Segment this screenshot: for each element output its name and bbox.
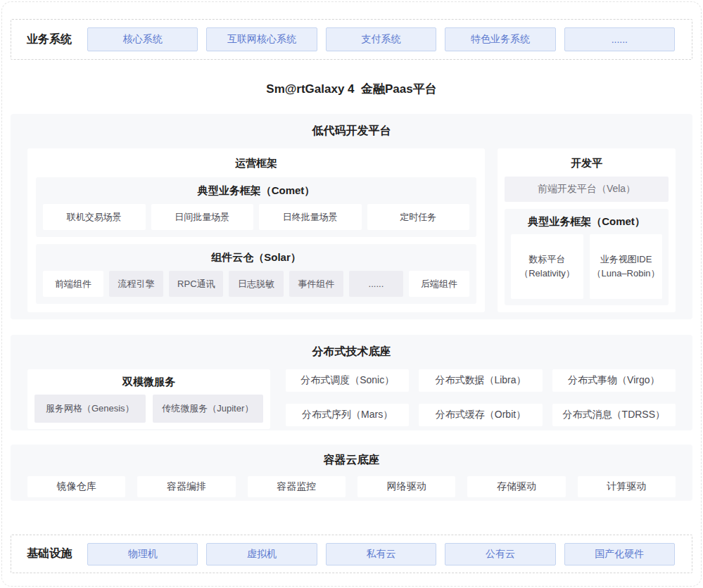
luna-robin-line2: （Luna–Robin）	[592, 267, 659, 281]
solar-warehouse-panel: 组件云仓（Solar） 前端组件 流程引擎 RPC通讯 日志脱敏 事件组件 ..…	[36, 244, 476, 304]
solar-component-row: 前端组件 流程引擎 RPC通讯 日志脱敏 事件组件 ...... 后端组件	[43, 271, 469, 297]
chip-more-components: ......	[349, 271, 403, 297]
button-core-system[interactable]: 核心系统	[87, 27, 198, 51]
dev-platform-panel: 开发平 前端开发平台（Vela） 典型业务框架（Comet） 数标平台 （Rel…	[498, 148, 676, 312]
dev-comet-title: 典型业务框架（Comet）	[511, 215, 662, 229]
distributed-base-title: 分布式技术底座	[27, 345, 676, 359]
container-cloud-row: 镜像仓库 容器编排 容器监控 网络驱动 存储驱动 计算驱动	[27, 476, 676, 497]
dual-mode-title: 双模微服务	[34, 376, 263, 389]
business-systems-row: 业务系统 核心系统 互联网核心系统 支付系统 特色业务系统 ......	[11, 19, 692, 60]
chip-rpc-comm: RPC通讯	[169, 271, 223, 297]
infrastructure-label: 基础设施	[27, 547, 87, 561]
solar-warehouse-title: 组件云仓（Solar）	[43, 251, 469, 264]
button-payment-system[interactable]: 支付系统	[326, 27, 436, 51]
business-systems-label: 业务系统	[27, 32, 87, 47]
button-virtual-machine[interactable]: 虚拟机	[206, 543, 317, 565]
diagram-content: 业务系统 核心系统 互联网核心系统 支付系统 特色业务系统 ...... Sm@…	[2, 2, 701, 586]
cell-mars-sequence: 分布式序列（Mars）	[286, 404, 409, 426]
comet-framework-title: 典型业务框架（Comet）	[43, 184, 469, 198]
page-title: Sm@rtGalaxy 4 金融Paas平台	[11, 81, 692, 97]
button-more-systems[interactable]: ......	[564, 27, 675, 51]
button-public-cloud[interactable]: 公有云	[445, 543, 555, 565]
cell-luna-robin-ide: 业务视图IDE （Luna–Robin）	[590, 234, 662, 299]
button-private-cloud[interactable]: 私有云	[326, 543, 436, 565]
cell-tdrss-message: 分布式消息（TDRSS）	[552, 404, 676, 426]
dev-comet-panel: 典型业务框架（Comet） 数标平台 （Relativity） 业务视图IDE …	[505, 209, 669, 305]
cell-storage-driver: 存储驱动	[467, 476, 565, 497]
button-domestic-hardware[interactable]: 国产化硬件	[564, 543, 675, 565]
container-cloud-title: 容器云底座	[27, 453, 676, 468]
cell-scheduled-task: 定时任务	[367, 204, 470, 230]
low-code-platform-title: 低代码开发平台	[27, 124, 676, 139]
operation-framework-title: 运营框架	[36, 157, 476, 170]
cell-vela-frontend-platform: 前端开发平台（Vela）	[505, 177, 669, 202]
button-special-business-system[interactable]: 特色业务系统	[445, 27, 555, 51]
dev-platform-title: 开发平	[505, 157, 669, 170]
comet-scenario-row: 联机交易场景 日间批量场景 日终批量场景 定时任务	[43, 204, 469, 230]
cell-sonic-scheduling: 分布式调度（Sonic）	[286, 369, 409, 392]
comet-framework-panel: 典型业务框架（Comet） 联机交易场景 日间批量场景 日终批量场景 定时任务	[36, 177, 476, 237]
cell-image-registry: 镜像仓库	[27, 476, 125, 497]
low-code-body: 运营框架 典型业务框架（Comet） 联机交易场景 日间批量场景 日终批量场景 …	[27, 148, 676, 312]
cell-backend-component: 后端组件	[409, 271, 469, 297]
cell-container-monitoring: 容器监控	[248, 476, 346, 497]
dev-comet-cells: 数标平台 （Relativity） 业务视图IDE （Luna–Robin）	[511, 234, 662, 299]
cell-frontend-component: 前端组件	[43, 271, 103, 297]
dual-mode-row: 服务网格（Genesis） 传统微服务（Jupiter）	[34, 395, 263, 423]
cell-orbit-cache: 分布式缓存（Orbit）	[419, 404, 542, 426]
infrastructure-buttons: 物理机 虚拟机 私有云 公有云 国产化硬件	[87, 543, 675, 565]
chip-event-component: 事件组件	[289, 271, 343, 297]
architecture-diagram: 业务系统 核心系统 互联网核心系统 支付系统 特色业务系统 ...... Sm@…	[1, 1, 702, 587]
container-cloud-panel: 容器云底座 镜像仓库 容器编排 容器监控 网络驱动 存储驱动 计算驱动	[11, 445, 692, 501]
chip-genesis-service-mesh: 服务网格（Genesis）	[34, 395, 146, 423]
distributed-base-panel: 分布式技术底座 双模微服务 服务网格（Genesis） 传统微服务（Jupite…	[11, 335, 692, 430]
luna-robin-line1: 业务视图IDE	[600, 253, 652, 267]
button-physical-machine[interactable]: 物理机	[87, 543, 198, 565]
chip-process-engine: 流程引擎	[109, 271, 163, 297]
dual-mode-microservice-panel: 双模微服务 服务网格（Genesis） 传统微服务（Jupiter）	[27, 369, 270, 429]
cell-eod-batch: 日终批量场景	[259, 204, 362, 230]
low-code-platform-panel: 低代码开发平台 运营框架 典型业务框架（Comet） 联机交易场景 日间批量场景…	[11, 114, 692, 319]
distributed-grid: 分布式调度（Sonic） 分布式数据（Libra） 分布式事物（Virgo） 分…	[286, 369, 676, 429]
cell-network-driver: 网络驱动	[357, 476, 455, 497]
cell-virgo-transaction: 分布式事物（Virgo）	[552, 369, 676, 392]
cell-online-trading: 联机交易场景	[43, 204, 146, 230]
button-internet-core-system[interactable]: 互联网核心系统	[206, 27, 317, 51]
distributed-body: 双模微服务 服务网格（Genesis） 传统微服务（Jupiter） 分布式调度…	[27, 369, 676, 429]
infrastructure-row: 基础设施 物理机 虚拟机 私有云 公有云 国产化硬件	[11, 535, 692, 573]
cell-libra-data: 分布式数据（Libra）	[419, 369, 542, 392]
chip-jupiter-microservice: 传统微服务（Jupiter）	[153, 395, 264, 423]
cell-daytime-batch: 日间批量场景	[151, 204, 254, 230]
cell-compute-driver: 计算驱动	[578, 476, 676, 497]
relativity-line2: （Relativity）	[519, 267, 575, 281]
cell-relativity-platform: 数标平台 （Relativity）	[511, 234, 583, 299]
relativity-line1: 数标平台	[529, 253, 566, 267]
operation-framework-panel: 运营框架 典型业务框架（Comet） 联机交易场景 日间批量场景 日终批量场景 …	[27, 148, 485, 312]
business-systems-buttons: 核心系统 互联网核心系统 支付系统 特色业务系统 ......	[87, 27, 675, 51]
cell-container-orchestration: 容器编排	[137, 476, 235, 497]
chip-log-masking: 日志脱敏	[229, 271, 283, 297]
